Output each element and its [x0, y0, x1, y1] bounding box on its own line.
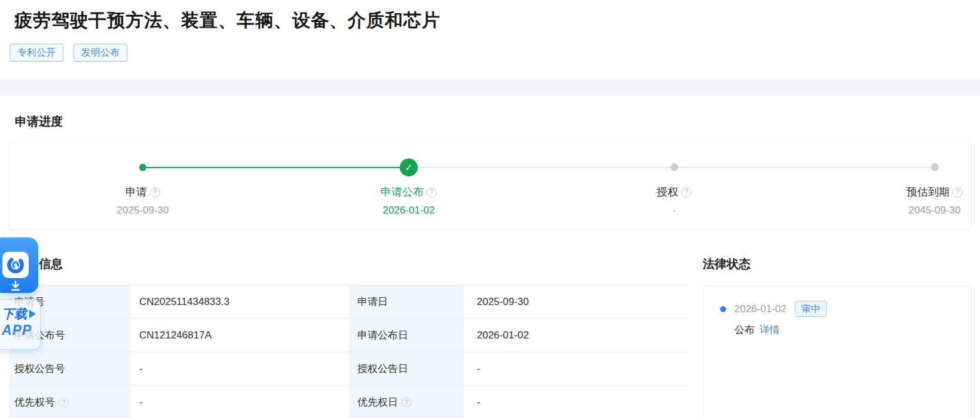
tag-invention-publication: 发明公布	[74, 44, 127, 62]
legal-action: 公布	[734, 324, 755, 335]
info-value: CN121246817A	[130, 319, 349, 352]
question-mark-icon[interactable]: ?	[953, 187, 963, 197]
info-label: 优先权号?	[9, 386, 130, 418]
step-label: 预估到期	[906, 185, 950, 199]
tag-row: 专利公开 发明公布	[10, 44, 127, 62]
legal-action-row: 公布详情	[734, 323, 971, 337]
info-value: -	[464, 352, 688, 386]
legal-status-item: 2026-01-02 审中	[720, 301, 971, 317]
question-mark-icon[interactable]: ?	[681, 187, 691, 197]
step-date: 2025-09-30	[77, 205, 209, 216]
step-label: 授权	[657, 185, 678, 199]
info-value: 2025-09-30	[464, 285, 688, 319]
question-mark-icon[interactable]: ?	[427, 187, 437, 197]
progress-heading: 申请进度	[15, 114, 63, 130]
basic-info-table: 申请号 CN202511434833.3 申请日 2025-09-30 申请公布…	[9, 285, 688, 418]
step-dot-pending	[931, 163, 939, 171]
app-tile[interactable]	[0, 237, 38, 293]
step-label: 申请公布	[381, 185, 424, 199]
timeline-step-grant: 授权? -	[608, 185, 740, 216]
legal-status-panel: 2026-01-02 审中 公布详情	[703, 286, 972, 418]
step-date: 2026-01-02	[343, 205, 474, 216]
info-value: 2026-01-02	[464, 319, 688, 352]
legal-detail-link[interactable]: 详情	[760, 324, 780, 335]
tag-patent-public: 专利公开	[10, 44, 63, 62]
timeline-step-application: 申请? 2025-09-30	[77, 185, 209, 216]
download-arrow-icon	[10, 280, 22, 292]
step-date: -	[608, 205, 740, 216]
info-value: CN202511434833.3	[130, 285, 349, 319]
play-triangle-icon	[29, 310, 36, 318]
question-mark-icon[interactable]: ?	[402, 397, 412, 407]
status-badge: 审中	[795, 301, 827, 317]
info-label: 授权公告号	[9, 352, 130, 386]
timeline-step-publication: 申请公布? 2026-01-02	[343, 185, 474, 216]
tianyancha-logo-icon	[2, 252, 29, 278]
legal-status-heading: 法律状态	[703, 256, 751, 272]
check-icon: ✓	[400, 158, 418, 176]
step-date: 2045-09-30	[869, 205, 980, 216]
download-label: 下载	[2, 306, 27, 322]
info-value: -	[130, 386, 349, 418]
app-download-badge[interactable]: 下载 APP	[0, 237, 38, 350]
info-label: 申请日	[349, 285, 464, 319]
question-mark-icon[interactable]: ?	[150, 187, 160, 197]
info-label: 优先权日?	[349, 386, 464, 418]
download-app-card[interactable]: 下载 APP	[0, 299, 41, 350]
app-label: APP	[2, 322, 40, 338]
info-label: 授权公告日	[349, 352, 464, 386]
info-value: -	[130, 352, 349, 386]
section-separator	[0, 80, 980, 96]
legal-date: 2026-01-02	[734, 303, 786, 315]
progress-timeline-panel: ✓ 申请? 2025-09-30 申请公布? 2026-01-02 授权? - …	[9, 142, 972, 230]
question-mark-icon[interactable]: ?	[59, 397, 69, 407]
info-label: 申请公布日	[349, 319, 464, 352]
bullet-dot-icon	[720, 306, 726, 312]
page-title: 疲劳驾驶干预方法、装置、车辆、设备、介质和芯片	[14, 8, 440, 33]
timeline-line-done	[143, 167, 409, 168]
step-dot-done	[139, 164, 146, 171]
step-label: 申请	[125, 185, 147, 199]
timeline-step-expiry: 预估到期? 2045-09-30	[869, 185, 980, 216]
info-value: -	[464, 386, 688, 418]
step-dot-pending	[670, 163, 678, 171]
